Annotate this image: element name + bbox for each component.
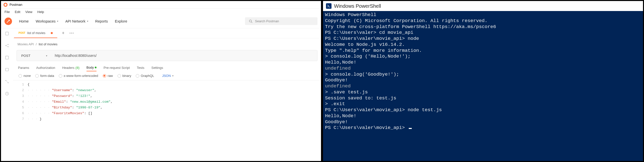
code: "Password"	[52, 94, 72, 98]
unsaved-dot-icon	[51, 32, 53, 34]
subtab-tests[interactable]: Tests	[137, 66, 144, 70]
terminal-line: > console.log ('Hello,Node!');	[325, 54, 641, 60]
nav-api-network[interactable]: API Network ▾	[65, 19, 88, 23]
tab-title: list of movies	[27, 31, 45, 35]
new-tab-button[interactable]: +	[62, 31, 64, 36]
subtab-body[interactable]: Body	[86, 66, 97, 71]
search-input[interactable]: Search Postman	[245, 17, 318, 25]
subtab-params[interactable]: Params	[18, 66, 29, 70]
terminal-line: > console.log('Goodbye!');	[325, 72, 641, 78]
terminal-line: Goodbye!	[325, 77, 641, 83]
breadcrumb: Movies API / list of movies	[13, 38, 321, 49]
postman-window: Postman File Edit View Help Home Workspa…	[0, 0, 322, 162]
environments-icon[interactable]	[4, 55, 10, 60]
radio-xform[interactable]: x-www-form-urlencoded	[59, 74, 98, 78]
radio-none-label: none	[24, 74, 31, 78]
apis-icon[interactable]	[4, 43, 10, 48]
svg-line-2	[251, 22, 252, 23]
headers-count: (8)	[76, 66, 80, 70]
terminal[interactable]: Windows PowerShellCopyright (C) Microsof…	[323, 11, 643, 161]
nav-reports[interactable]: Reports	[95, 19, 108, 23]
tab-overflow-button[interactable]: •••	[70, 32, 74, 35]
mock-icon[interactable]	[4, 67, 10, 72]
svg-rect-8	[6, 68, 9, 71]
subtab-body-label: Body	[86, 66, 94, 69]
terminal-line: Goodbye!	[325, 119, 641, 125]
titlebar: Postman	[1, 1, 321, 9]
postman-icon	[4, 3, 8, 7]
terminal-line: PS C:\Users\valer\movie_api> node test.j…	[325, 107, 641, 113]
svg-rect-7	[6, 56, 9, 59]
radio-none[interactable]: none	[18, 74, 31, 78]
radio-binary[interactable]: binary	[118, 74, 131, 78]
terminal-line: Hello,Node!	[325, 113, 641, 119]
breadcrumb-current: list of movies	[39, 42, 58, 46]
subtab-prerequest[interactable]: Pre-request Script	[104, 66, 130, 70]
radio-formdata[interactable]: form-data	[35, 74, 54, 78]
workspace-body: POST list of movies + ••• Movies API / l…	[1, 28, 321, 161]
gutter: 2	[13, 88, 28, 93]
subtab-headers-label: Headers	[62, 66, 74, 70]
method-select[interactable]: POST ▾	[17, 54, 52, 58]
terminal-line: undefined	[325, 66, 641, 72]
radio-xform-label: x-www-form-urlencoded	[64, 74, 98, 78]
powershell-window: Windows PowerShell Windows PowerShellCop…	[322, 0, 644, 162]
terminal-line: Welcome to Node.js v16.14.2.	[325, 42, 641, 48]
code: "FavoriteMovies"	[52, 111, 84, 115]
radio-graphql[interactable]: GraphQL	[136, 74, 154, 78]
nav-explore[interactable]: Explore	[115, 19, 127, 23]
request-area: POST list of movies + ••• Movies API / l…	[13, 28, 321, 161]
code: "Email"	[52, 100, 66, 104]
terminal-line: > .save test.js	[325, 89, 641, 95]
gutter: 1	[13, 82, 28, 88]
nav-apinet-label: API Network	[65, 19, 86, 23]
tab-method: POST	[18, 32, 25, 34]
code: "1990-07-19"	[76, 106, 100, 109]
breadcrumb-sep: /	[36, 42, 37, 46]
subtab-authorization[interactable]: Authorization	[36, 66, 55, 70]
terminal-line: Hello,Node!	[325, 60, 641, 66]
dot-icon	[95, 67, 96, 68]
code: {	[28, 83, 30, 86]
radio-raw-label: raw	[108, 74, 113, 78]
menu-edit[interactable]: Edit	[15, 10, 20, 14]
top-nav: Home Workspaces ▾ API Network ▾ Reports …	[1, 15, 321, 28]
chevron-down-icon: ▾	[172, 74, 174, 77]
request-subtabs: Params Authorization Headers (8) Body Pr…	[13, 61, 321, 72]
gutter: 4	[13, 99, 28, 105]
subtab-headers[interactable]: Headers (8)	[62, 66, 80, 70]
terminal-line: PS C:\Users\valer\movie_api> node	[325, 36, 641, 42]
terminal-line: undefined	[325, 83, 641, 89]
menu-file[interactable]: File	[4, 10, 10, 14]
body-format-select[interactable]: JSON ▾	[162, 74, 174, 78]
terminal-line: PS C:\Users\valer\movie_api>	[325, 125, 641, 131]
terminal-line: Copyright (C) Microsoft Corporation. All…	[325, 18, 641, 24]
gutter: 6	[13, 111, 28, 116]
svg-point-0	[4, 4, 7, 6]
method-select-value: POST	[21, 54, 30, 58]
left-sidebar	[1, 28, 13, 161]
svg-point-6	[8, 46, 9, 47]
radio-formdata-label: form-data	[40, 74, 54, 78]
code: "newuser"	[76, 88, 94, 92]
history-icon[interactable]	[4, 91, 10, 96]
subtab-settings[interactable]: Settings	[151, 66, 163, 70]
tabs-bar: POST list of movies + •••	[13, 28, 321, 38]
collections-icon[interactable]	[4, 31, 10, 36]
menu-view[interactable]: View	[25, 10, 32, 14]
flows-icon[interactable]	[4, 79, 10, 84]
svg-point-1	[249, 20, 252, 22]
terminal-line: Type ".help" for more information.	[325, 48, 641, 54]
search-placeholder: Search Postman	[255, 19, 279, 23]
radio-raw[interactable]: raw	[103, 74, 113, 78]
gutter: 7	[13, 116, 28, 122]
body-editor[interactable]: 1{ 2· · · · · · "Username": "newuser", 3…	[13, 80, 321, 122]
menu-help[interactable]: Help	[37, 10, 44, 14]
url-input[interactable]	[52, 54, 317, 58]
nav-home[interactable]: Home	[19, 19, 29, 23]
breadcrumb-root[interactable]: Movies API	[18, 42, 34, 46]
radio-graphql-label: GraphQL	[141, 74, 154, 78]
nav-workspaces[interactable]: Workspaces ▾	[36, 19, 58, 23]
body-format-value: JSON	[162, 74, 171, 78]
tab-active[interactable]: POST list of movies	[14, 28, 57, 38]
